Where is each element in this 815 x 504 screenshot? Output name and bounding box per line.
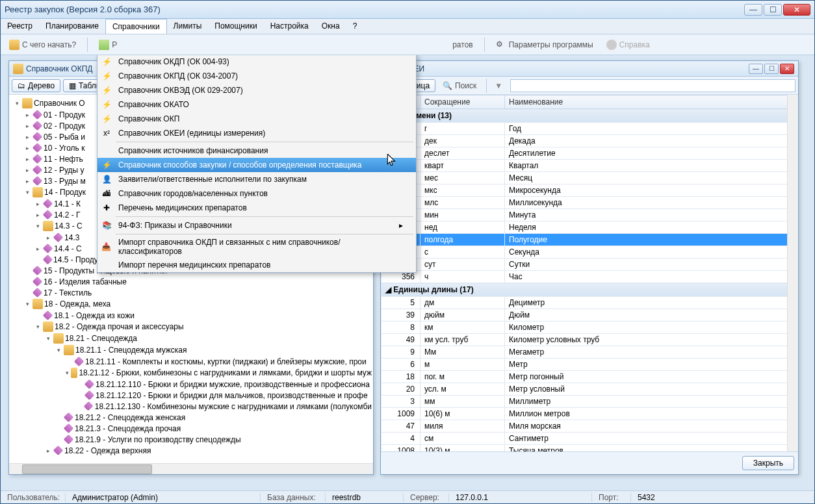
- menu-item[interactable]: ⚡Справочник ОКАТО: [97, 97, 416, 112]
- expand-icon[interactable]: ▸: [23, 178, 31, 184]
- menu-item[interactable]: 👤Заявители/ответственные исполнители по …: [97, 172, 416, 186]
- expand-icon[interactable]: ▾: [55, 347, 62, 353]
- group-row[interactable]: ◢ Единицы длины (17): [382, 283, 798, 297]
- expand-icon[interactable]: ▸: [44, 234, 52, 241]
- menu-окна[interactable]: Окна: [315, 19, 346, 34]
- table-row[interactable]: декДекада: [382, 135, 798, 147]
- table-row[interactable]: 9МмМегаметр: [382, 346, 798, 359]
- tree-node[interactable]: 18.21.12.130 - Комбинезоны мужские с наг…: [10, 401, 372, 412]
- expand-icon[interactable]: ▾: [65, 370, 70, 376]
- maximize-button[interactable]: ☐: [764, 4, 782, 16]
- menu-item[interactable]: 🏙Справочник городов/населенных пунктов: [97, 186, 416, 201]
- menu-item[interactable]: ⚡Справочник способов закупки / способов …: [97, 158, 416, 172]
- expand-icon[interactable]: ▾: [44, 335, 52, 342]
- table-row[interactable]: мксМикросекунда: [382, 184, 798, 197]
- table-row[interactable]: 20усл. мМетр условный: [382, 383, 798, 396]
- table-row[interactable]: полгодаПолугодие: [382, 234, 798, 246]
- expand-icon[interactable]: ▾: [34, 323, 42, 330]
- table-row[interactable]: млсМиллисекунда: [382, 197, 798, 209]
- expand-icon[interactable]: ▾: [34, 223, 42, 229]
- menu-item[interactable]: ⚡Справочник ОКВЭД (ОК 029-2007): [97, 83, 416, 97]
- menu-item[interactable]: Импорт перечня медицинских препаратов: [97, 258, 416, 272]
- close-button[interactable]: ✕: [783, 4, 810, 16]
- table-row[interactable]: 356чЧас: [382, 271, 798, 283]
- expand-icon[interactable]: ▸: [44, 447, 52, 454]
- expand-icon[interactable]: ▸: [23, 112, 31, 118]
- tree-node[interactable]: 18.21.12.110 - Брюки и бриджи мужские, п…: [10, 379, 372, 390]
- tree-node[interactable]: ▾ 18.21.1 - Спецодежда мужская: [10, 344, 372, 356]
- reg-button[interactable]: Р: [94, 38, 122, 52]
- table-row[interactable]: сутСутки: [382, 258, 798, 271]
- scroll-thumb[interactable]: [22, 464, 152, 474]
- menu-справочники[interactable]: Справочники: [105, 19, 167, 34]
- expand-icon[interactable]: ▸: [23, 167, 31, 173]
- tree-node[interactable]: 18.21.12.120 - Брюки и бриджи для мальчи…: [10, 390, 372, 401]
- column-header[interactable]: Сокращение: [420, 95, 505, 109]
- table-row[interactable]: квартКвартал: [382, 160, 798, 172]
- help-button[interactable]: Справка: [602, 38, 654, 52]
- h-scrollbar[interactable]: [9, 463, 373, 474]
- expand-icon[interactable]: ▾: [23, 189, 31, 195]
- expand-icon[interactable]: ▸: [23, 134, 31, 140]
- menu-item[interactable]: ⚡Справочник ОКДП (ОК 004-93): [97, 55, 416, 69]
- table-row[interactable]: 100810(3) мТысяча метров: [382, 445, 798, 452]
- table-row[interactable]: 6мМетр: [382, 359, 798, 371]
- tree-tab[interactable]: 🗂 Дерево: [12, 79, 60, 92]
- table-row[interactable]: 8кмКилометр: [382, 321, 798, 334]
- group-row[interactable]: ◢ ы времени (13): [382, 109, 798, 123]
- tree-node[interactable]: 18.21.3 - Спецодежда прочая: [10, 423, 372, 434]
- menu-item[interactable]: x²Справочник ОКЕИ (единицы измерения): [97, 126, 416, 140]
- tree-node[interactable]: 18.1 - Одежда из кожи: [10, 310, 372, 321]
- approvals-button[interactable]: ратов: [448, 38, 478, 51]
- start-button[interactable]: С чего начать?: [5, 38, 81, 52]
- menu-планирование[interactable]: Планирование: [39, 19, 105, 34]
- expand-icon[interactable]: ▸: [34, 212, 42, 218]
- table-row[interactable]: 4смСантиметр: [382, 433, 798, 445]
- tree-node[interactable]: 18.21.9 - Услуги по производству спецоде…: [10, 434, 372, 445]
- table-row[interactable]: 18пог. мМетр погонный: [382, 371, 798, 383]
- table-row[interactable]: месМесяц: [382, 172, 798, 184]
- expand-icon[interactable]: ▸: [34, 201, 42, 207]
- tree-node[interactable]: 18.21.2 - Спецодежда женская: [10, 412, 372, 423]
- tree-node[interactable]: ▸ 18.22 - Одежда верхняя: [10, 445, 372, 456]
- menu-реестр[interactable]: Реестр: [1, 19, 39, 34]
- okei-minimize[interactable]: —: [749, 64, 763, 74]
- tree-node[interactable]: 18.21.11 - Комплекты и костюмы, куртки (…: [10, 356, 372, 367]
- table-row[interactable]: 5дмДециметр: [382, 297, 798, 309]
- expand-icon[interactable]: ▸: [23, 156, 31, 162]
- filter-icon[interactable]: ▼: [492, 81, 505, 90]
- close-button[interactable]: Закрыть: [742, 456, 794, 470]
- table-row[interactable]: гГод: [382, 123, 798, 135]
- params-button[interactable]: ⚙ Параметры программы: [491, 38, 598, 52]
- okei-grid[interactable]: СокращениеНаименование◢ ы времени (13)гГ…: [381, 95, 798, 451]
- okei-maximize[interactable]: ☐: [764, 64, 779, 74]
- table-row[interactable]: 3ммМиллиметр: [382, 396, 798, 408]
- table-row[interactable]: 47миляМиля морская: [382, 420, 798, 433]
- tree-node[interactable]: ▾ 18.21.12 - Брюки, комбинезоны с нагруд…: [10, 367, 372, 379]
- okei-search-tab[interactable]: 🔍 Поиск: [438, 79, 481, 92]
- menu-?[interactable]: ?: [346, 19, 364, 34]
- tree-node[interactable]: ▾ 18 - Одежда, меха: [10, 298, 372, 310]
- table-row[interactable]: 100910(6) мМиллион метров: [382, 408, 798, 420]
- minimize-button[interactable]: —: [744, 4, 762, 16]
- table-row[interactable]: недНеделя: [382, 221, 798, 234]
- tree-node[interactable]: ▾ 18.21 - Спецодежда: [10, 333, 372, 344]
- expand-icon[interactable]: ▾: [23, 301, 31, 307]
- expand-icon[interactable]: ▸: [23, 123, 31, 129]
- menu-item[interactable]: ⚡Справочник ОКПД (ОК 034-2007): [97, 69, 416, 83]
- menu-item[interactable]: Справочник источников финансирования: [97, 144, 416, 158]
- menu-item[interactable]: ✚Перечень медицинских препаратов: [97, 201, 416, 215]
- v-scrollbar[interactable]: [787, 95, 798, 451]
- okei-close[interactable]: ✕: [780, 64, 794, 74]
- menu-настройка[interactable]: Настройка: [264, 19, 315, 34]
- menu-item[interactable]: 📥Импорт справочника ОКДП и связанных с н…: [97, 236, 416, 258]
- tree-node[interactable]: 16 - Изделия табачные: [10, 276, 372, 287]
- menu-item[interactable]: 📚94-ФЗ: Приказы и Справочники▸: [97, 218, 416, 233]
- menu-item[interactable]: ⚡Справочник ОКП: [97, 112, 416, 126]
- okei-body[interactable]: СокращениеНаименование◢ ы времени (13)гГ…: [381, 95, 798, 451]
- table-row[interactable]: минМинута: [382, 209, 798, 221]
- table-row[interactable]: сСекунда: [382, 246, 798, 258]
- table-row[interactable]: 49км усл. трубКилометр условных труб: [382, 334, 798, 346]
- search-input[interactable]: [510, 79, 796, 92]
- menu-помощники[interactable]: Помощники: [208, 19, 263, 34]
